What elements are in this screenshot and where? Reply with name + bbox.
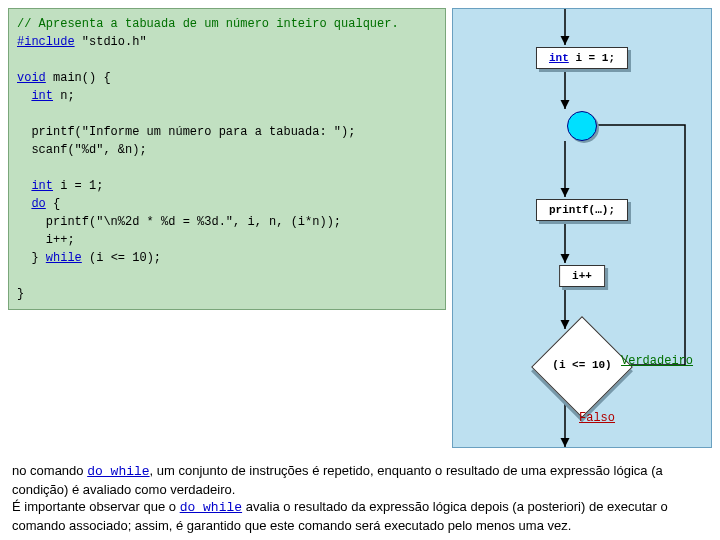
kw-while: while <box>46 251 82 265</box>
prose-p1a: no comando <box>12 463 87 478</box>
while-cond: (i <= 10); <box>82 251 161 265</box>
prose-kw-dowhile: do while <box>87 464 149 479</box>
decl-i: i = 1; <box>53 179 103 193</box>
do-brace: { <box>46 197 60 211</box>
printf-line2: printf("\n%2d * %d = %3d.", i, n, (i*n))… <box>17 215 341 229</box>
kw-int2: int <box>31 179 53 193</box>
kw-include: #include <box>17 35 75 49</box>
flow-node-init: int i = 1; <box>536 47 628 69</box>
flow-label-true: Verdadeiro <box>621 354 693 368</box>
top-row: // Apresenta a tabuada de um número inte… <box>8 8 712 448</box>
ipp-line: i++; <box>17 233 75 247</box>
scanf-line: scanf("%d", &n); <box>17 143 147 157</box>
flow-init-text: i = 1; <box>569 52 615 64</box>
prose-p2a: É importante observar que o <box>12 499 180 514</box>
flow-decision-label: (i <= 10) <box>552 359 611 371</box>
printf-line1: printf("Informe um número para a tabuada… <box>17 125 355 139</box>
main-sig: main() { <box>46 71 111 85</box>
kw-int: int <box>31 89 53 103</box>
flow-ipp-text: i++ <box>572 270 592 282</box>
kw-void: void <box>17 71 46 85</box>
end-brace: } <box>17 287 24 301</box>
flowchart: int i = 1; printf(…); i++ (i <= 10) Verd… <box>452 8 712 448</box>
flow-kw-int: int <box>549 52 569 64</box>
flow-node-printf: printf(…); <box>536 199 628 221</box>
decl-n: n; <box>53 89 75 103</box>
close-brace: } <box>17 251 46 265</box>
flow-node-increment: i++ <box>559 265 605 287</box>
flow-printf-text: printf(…); <box>549 204 615 216</box>
code-block: // Apresenta a tabuada de um número inte… <box>8 8 446 310</box>
kw-do: do <box>31 197 45 211</box>
comment-line: // Apresenta a tabuada de um número inte… <box>17 17 399 31</box>
flow-label-false: Falso <box>579 411 615 425</box>
flow-connector-circle <box>567 111 597 141</box>
explanation-text: no comando do while, um conjunto de inst… <box>8 448 706 534</box>
include-path: "stdio.h" <box>75 35 147 49</box>
prose-kw-dowhile2: do while <box>180 500 242 515</box>
